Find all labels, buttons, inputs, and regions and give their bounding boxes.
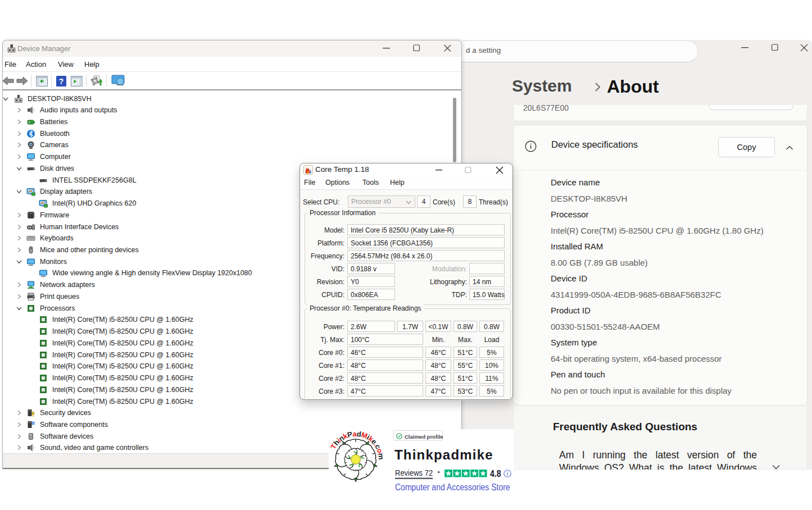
svg-text:?: ? xyxy=(59,77,64,86)
